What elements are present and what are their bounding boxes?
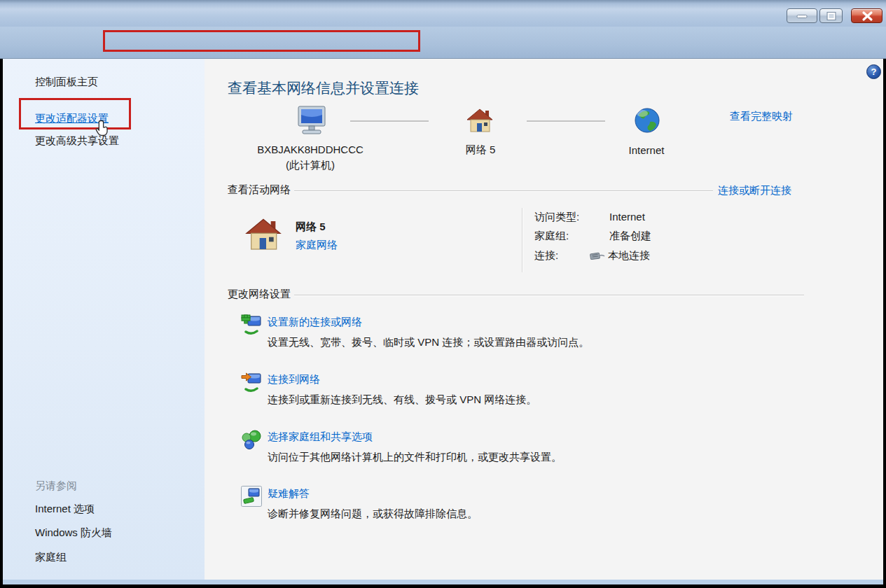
close-icon xyxy=(852,10,883,23)
screen: ← → ▾ ▶ 控制面板 ▶ 网络和 Internet ▶ 网络和共享中心 ▼ xyxy=(0,0,886,588)
connect-to-network-icon xyxy=(240,371,263,393)
sidebar-item-internet-options[interactable]: Internet 选项 xyxy=(35,503,95,516)
detail-label-connections: 连接: xyxy=(534,249,558,262)
task-link[interactable]: 疑难解答 xyxy=(268,487,310,500)
active-network-name: 网络 5 xyxy=(296,220,326,234)
map-computer-label: BXBJAKK8HDDHCCC (此计算机) xyxy=(247,142,374,173)
setup-new-connection-icon xyxy=(240,314,263,336)
sidebar-see-also-header: 另请参阅 xyxy=(35,479,77,493)
map-connection-line xyxy=(527,120,605,122)
task-description: 诊断并修复网络问题，或获得故障排除信息。 xyxy=(268,507,478,521)
task-description: 设置无线、宽带、拨号、临时或 VPN 连接；或设置路由器或访问点。 xyxy=(268,336,589,349)
network-category-link[interactable]: 家庭网络 xyxy=(296,239,338,252)
sidebar-item-homegroup[interactable]: 家庭组 xyxy=(35,551,67,564)
detail-value-access-type: Internet xyxy=(609,211,645,223)
homegroup-ready-link[interactable]: 准备创建 xyxy=(609,230,651,243)
task-homegroup-sharing-options: 选择家庭组和共享选项 访问位于其他网络计算机上的文件和打印机，或更改共享设置。 xyxy=(240,428,815,473)
window-bottom-frame xyxy=(3,580,883,584)
task-troubleshoot: 疑难解答 诊断并修复网络问题，或获得故障排除信息。 xyxy=(240,485,815,530)
title-bar xyxy=(0,0,886,27)
task-link[interactable]: 设置新的连接或网络 xyxy=(268,316,362,329)
minimize-icon xyxy=(797,15,808,18)
home-network-icon[interactable] xyxy=(465,107,494,135)
detail-label-homegroup: 家庭组: xyxy=(534,230,569,243)
detail-label-access-type: 访问类型: xyxy=(534,211,579,224)
change-settings-section-label: 更改网络设置 xyxy=(228,288,291,301)
task-link[interactable]: 选择家庭组和共享选项 xyxy=(268,430,373,444)
sidebar-item-control-panel-home[interactable]: 控制面板主页 xyxy=(35,76,98,89)
minimize-button[interactable] xyxy=(787,8,817,23)
sidebar: 控制面板主页 更改适配器设置 更改高级共享设置 另请参阅 Internet 选项… xyxy=(3,59,205,580)
local-connection-link[interactable]: 本地连接 xyxy=(608,249,650,262)
computer-name: BXBJAKK8HDDHCCC xyxy=(247,142,374,158)
annotation-breadcrumb-highlight xyxy=(103,30,420,52)
map-network-label: 网络 5 xyxy=(452,142,509,158)
task-description: 访问位于其他网络计算机上的文件和打印机，或更改共享设置。 xyxy=(268,451,562,464)
main-content: 查看基本网络信息并设置连接 BXBJAKK8HDDHCCC (此 xyxy=(205,59,883,580)
computer-icon[interactable] xyxy=(293,106,330,138)
map-connection-line xyxy=(350,120,429,122)
troubleshoot-icon xyxy=(240,485,263,507)
help-button[interactable]: ? xyxy=(866,64,881,79)
task-connect-to-network: 连接到网络 连接到或重新连接到无线、有线、拨号或 VPN 网络连接。 xyxy=(240,371,815,416)
see-full-map-link[interactable]: 查看完整映射 xyxy=(730,110,793,123)
computer-note: (此计算机) xyxy=(247,158,374,173)
active-networks-section-label: 查看活动网络 xyxy=(228,183,291,197)
section-rule xyxy=(294,190,713,192)
task-link[interactable]: 连接到网络 xyxy=(268,373,320,386)
task-setup-new-connection: 设置新的连接或网络 设置无线、宽带、拨号、临时或 VPN 连接；或设置路由器或访… xyxy=(240,314,815,358)
close-button[interactable] xyxy=(851,8,882,23)
details-divider xyxy=(522,208,522,272)
section-rule xyxy=(294,295,804,296)
page-title: 查看基本网络信息并设置连接 xyxy=(228,78,419,98)
address-toolbar: ← → ▾ ▶ 控制面板 ▶ 网络和 Internet ▶ 网络和共享中心 ▼ xyxy=(0,27,886,59)
ethernet-connector-icon xyxy=(590,251,605,260)
cursor-hand-icon xyxy=(95,119,113,140)
homegroup-sharing-icon xyxy=(240,428,263,451)
task-description: 连接到或重新连接到无线、有线、拨号或 VPN 网络连接。 xyxy=(268,393,537,407)
help-icon: ? xyxy=(871,66,877,77)
active-network-house-icon[interactable] xyxy=(244,217,283,253)
maximize-icon xyxy=(827,13,835,20)
map-internet-label: Internet xyxy=(620,143,673,158)
internet-globe-icon[interactable] xyxy=(633,106,661,134)
maximize-button[interactable] xyxy=(819,8,843,23)
connect-disconnect-link[interactable]: 连接或断开连接 xyxy=(718,184,791,197)
sidebar-item-windows-firewall[interactable]: Windows 防火墙 xyxy=(35,526,112,540)
